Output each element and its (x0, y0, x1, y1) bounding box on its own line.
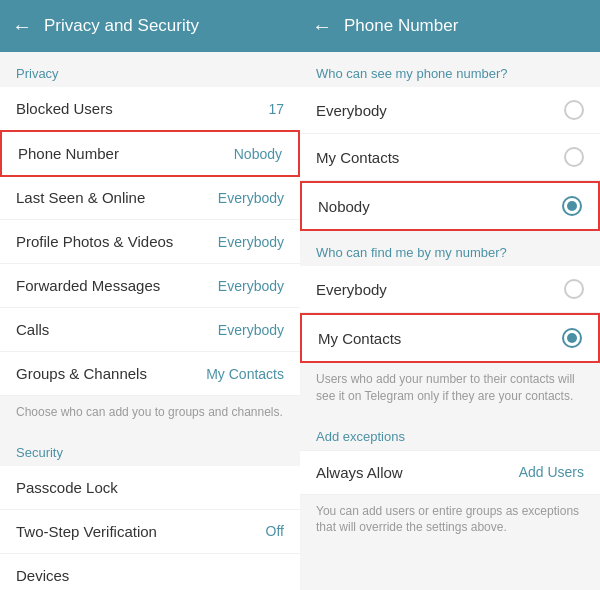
radio-see-nobody[interactable]: Nobody (300, 181, 600, 231)
last-seen-label: Last Seen & Online (16, 189, 145, 206)
see-everybody-radio[interactable] (564, 100, 584, 120)
calls-label: Calls (16, 321, 49, 338)
sidebar-item-passcode-lock[interactable]: Passcode Lock (0, 466, 300, 510)
left-panel: ← Privacy and Security Privacy Blocked U… (0, 0, 300, 590)
radio-see-everybody[interactable]: Everybody (300, 87, 600, 134)
find-hint: Users who add your number to their conta… (300, 363, 600, 415)
who-can-see-label: Who can see my phone number? (300, 52, 600, 87)
security-section-label: Security (0, 431, 300, 466)
always-allow-row[interactable]: Always Allow Add Users (300, 451, 600, 494)
see-nobody-label: Nobody (318, 198, 370, 215)
see-my-contacts-radio[interactable] (564, 147, 584, 167)
sidebar-item-blocked-users[interactable]: Blocked Users 17 (0, 87, 300, 131)
groups-channels-value: My Contacts (206, 366, 284, 382)
sidebar-item-devices[interactable]: Devices (0, 554, 300, 590)
sidebar-item-last-seen[interactable]: Last Seen & Online Everybody (0, 176, 300, 220)
right-back-button[interactable]: ← (312, 15, 332, 38)
phone-number-value: Nobody (234, 146, 282, 162)
radio-find-my-contacts[interactable]: My Contacts (300, 313, 600, 363)
forwarded-messages-value: Everybody (218, 278, 284, 294)
radio-find-everybody[interactable]: Everybody (300, 266, 600, 313)
blocked-users-value: 17 (268, 101, 284, 117)
two-step-value: Off (266, 523, 284, 539)
profile-photos-label: Profile Photos & Videos (16, 233, 173, 250)
left-back-button[interactable]: ← (12, 15, 32, 38)
groups-channels-label: Groups & Channels (16, 365, 147, 382)
sidebar-item-two-step[interactable]: Two-Step Verification Off (0, 510, 300, 554)
radio-see-my-contacts[interactable]: My Contacts (300, 134, 600, 181)
sidebar-item-forwarded-messages[interactable]: Forwarded Messages Everybody (0, 264, 300, 308)
find-my-contacts-label: My Contacts (318, 330, 401, 347)
exceptions-label: Add exceptions (300, 415, 600, 450)
see-nobody-radio[interactable] (562, 196, 582, 216)
see-my-contacts-label: My Contacts (316, 149, 399, 166)
see-everybody-label: Everybody (316, 102, 387, 119)
forwarded-messages-label: Forwarded Messages (16, 277, 160, 294)
add-users-button[interactable]: Add Users (519, 464, 584, 480)
sidebar-item-calls[interactable]: Calls Everybody (0, 308, 300, 352)
find-my-contacts-radio[interactable] (562, 328, 582, 348)
blocked-users-label: Blocked Users (16, 100, 113, 117)
exceptions-section: Always Allow Add Users (300, 450, 600, 495)
phone-number-label: Phone Number (18, 145, 119, 162)
exceptions-hint: You can add users or entire groups as ex… (300, 495, 600, 547)
two-step-label: Two-Step Verification (16, 523, 157, 540)
left-content: Privacy Blocked Users 17 Phone Number No… (0, 52, 300, 590)
sidebar-item-groups-channels[interactable]: Groups & Channels My Contacts (0, 352, 300, 396)
last-seen-value: Everybody (218, 190, 284, 206)
devices-label: Devices (16, 567, 69, 584)
who-can-find-label: Who can find me by my number? (300, 231, 600, 266)
right-content: Who can see my phone number? Everybody M… (300, 52, 600, 590)
right-panel: ← Phone Number Who can see my phone numb… (300, 0, 600, 590)
sidebar-item-phone-number[interactable]: Phone Number Nobody (0, 130, 300, 177)
left-panel-title: Privacy and Security (44, 16, 199, 36)
right-header: ← Phone Number (300, 0, 600, 52)
passcode-lock-label: Passcode Lock (16, 479, 118, 496)
profile-photos-value: Everybody (218, 234, 284, 250)
find-everybody-radio[interactable] (564, 279, 584, 299)
privacy-section-label: Privacy (0, 52, 300, 87)
always-allow-label: Always Allow (316, 464, 403, 481)
groups-hint: Choose who can add you to groups and cha… (0, 396, 300, 431)
left-header: ← Privacy and Security (0, 0, 300, 52)
right-panel-title: Phone Number (344, 16, 458, 36)
sidebar-item-profile-photos[interactable]: Profile Photos & Videos Everybody (0, 220, 300, 264)
calls-value: Everybody (218, 322, 284, 338)
find-everybody-label: Everybody (316, 281, 387, 298)
